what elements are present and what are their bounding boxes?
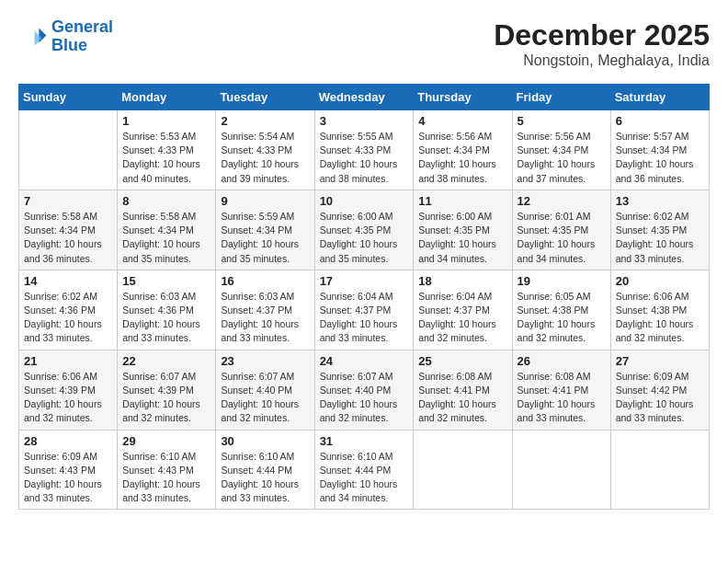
calendar-cell: 31Sunrise: 6:10 AM Sunset: 4:44 PM Dayli… bbox=[314, 430, 414, 510]
day-number: 25 bbox=[418, 354, 506, 368]
calendar-cell: 29Sunrise: 6:10 AM Sunset: 4:43 PM Dayli… bbox=[118, 430, 216, 510]
calendar-cell bbox=[512, 430, 610, 510]
day-info: Sunrise: 6:10 AM Sunset: 4:43 PM Dayligh… bbox=[122, 450, 210, 506]
calendar-cell: 26Sunrise: 6:08 AM Sunset: 4:41 PM Dayli… bbox=[512, 350, 610, 430]
day-number: 29 bbox=[122, 434, 210, 448]
calendar-cell: 11Sunrise: 6:00 AM Sunset: 4:35 PM Dayli… bbox=[414, 190, 512, 270]
calendar-cell: 6Sunrise: 5:57 AM Sunset: 4:34 PM Daylig… bbox=[610, 110, 709, 190]
day-info: Sunrise: 6:09 AM Sunset: 4:43 PM Dayligh… bbox=[24, 450, 112, 506]
day-info: Sunrise: 6:09 AM Sunset: 4:42 PM Dayligh… bbox=[616, 370, 704, 426]
day-header-saturday: Saturday bbox=[610, 85, 709, 110]
calendar-cell bbox=[414, 430, 512, 510]
day-header-sunday: Sunday bbox=[19, 85, 118, 110]
calendar-cell: 15Sunrise: 6:03 AM Sunset: 4:36 PM Dayli… bbox=[118, 270, 216, 350]
day-number: 31 bbox=[320, 434, 409, 448]
day-info: Sunrise: 5:58 AM Sunset: 4:34 PM Dayligh… bbox=[24, 210, 112, 266]
day-header-wednesday: Wednesday bbox=[314, 85, 414, 110]
day-number: 27 bbox=[616, 354, 704, 368]
day-number: 24 bbox=[320, 354, 409, 368]
day-number: 5 bbox=[518, 114, 606, 128]
calendar-cell: 25Sunrise: 6:08 AM Sunset: 4:41 PM Dayli… bbox=[414, 350, 512, 430]
calendar-cell: 22Sunrise: 6:07 AM Sunset: 4:39 PM Dayli… bbox=[118, 350, 216, 430]
calendar-cell: 4Sunrise: 5:56 AM Sunset: 4:34 PM Daylig… bbox=[414, 110, 512, 190]
calendar-cell: 24Sunrise: 6:07 AM Sunset: 4:40 PM Dayli… bbox=[314, 350, 414, 430]
day-number: 8 bbox=[122, 194, 210, 208]
calendar-cell: 20Sunrise: 6:06 AM Sunset: 4:38 PM Dayli… bbox=[610, 270, 709, 350]
day-info: Sunrise: 6:08 AM Sunset: 4:41 PM Dayligh… bbox=[418, 370, 506, 426]
day-info: Sunrise: 6:00 AM Sunset: 4:35 PM Dayligh… bbox=[320, 210, 409, 266]
day-info: Sunrise: 5:57 AM Sunset: 4:34 PM Dayligh… bbox=[616, 130, 704, 186]
day-info: Sunrise: 5:58 AM Sunset: 4:34 PM Dayligh… bbox=[122, 210, 210, 266]
day-number: 15 bbox=[122, 274, 210, 288]
day-info: Sunrise: 6:10 AM Sunset: 4:44 PM Dayligh… bbox=[221, 450, 309, 506]
calendar-cell: 18Sunrise: 6:04 AM Sunset: 4:37 PM Dayli… bbox=[414, 270, 512, 350]
day-info: Sunrise: 6:10 AM Sunset: 4:44 PM Dayligh… bbox=[320, 450, 409, 506]
day-number: 13 bbox=[616, 194, 704, 208]
day-header-tuesday: Tuesday bbox=[216, 85, 314, 110]
day-number: 3 bbox=[320, 114, 409, 128]
day-number: 12 bbox=[518, 194, 606, 208]
day-info: Sunrise: 6:06 AM Sunset: 4:39 PM Dayligh… bbox=[24, 370, 112, 426]
calendar-cell: 30Sunrise: 6:10 AM Sunset: 4:44 PM Dayli… bbox=[216, 430, 314, 510]
calendar-cell: 23Sunrise: 6:07 AM Sunset: 4:40 PM Dayli… bbox=[216, 350, 314, 430]
day-number: 23 bbox=[221, 354, 309, 368]
calendar-cell: 13Sunrise: 6:02 AM Sunset: 4:35 PM Dayli… bbox=[610, 190, 709, 270]
day-info: Sunrise: 5:59 AM Sunset: 4:34 PM Dayligh… bbox=[221, 210, 309, 266]
title-block: December 2025 Nongstoin, Meghalaya, Indi… bbox=[494, 18, 710, 69]
calendar-cell: 10Sunrise: 6:00 AM Sunset: 4:35 PM Dayli… bbox=[314, 190, 414, 270]
calendar-cell: 3Sunrise: 5:55 AM Sunset: 4:33 PM Daylig… bbox=[314, 110, 414, 190]
day-number: 7 bbox=[24, 194, 112, 208]
day-info: Sunrise: 5:56 AM Sunset: 4:34 PM Dayligh… bbox=[518, 130, 606, 186]
day-info: Sunrise: 6:03 AM Sunset: 4:37 PM Dayligh… bbox=[221, 290, 309, 346]
day-info: Sunrise: 5:55 AM Sunset: 4:33 PM Dayligh… bbox=[320, 130, 409, 186]
day-number: 28 bbox=[24, 434, 112, 448]
day-info: Sunrise: 6:00 AM Sunset: 4:35 PM Dayligh… bbox=[418, 210, 506, 266]
day-info: Sunrise: 5:56 AM Sunset: 4:34 PM Dayligh… bbox=[418, 130, 506, 186]
calendar-cell: 19Sunrise: 6:05 AM Sunset: 4:38 PM Dayli… bbox=[512, 270, 610, 350]
calendar-cell: 21Sunrise: 6:06 AM Sunset: 4:39 PM Dayli… bbox=[19, 350, 118, 430]
day-info: Sunrise: 5:54 AM Sunset: 4:33 PM Dayligh… bbox=[221, 130, 309, 186]
calendar-cell: 14Sunrise: 6:02 AM Sunset: 4:36 PM Dayli… bbox=[19, 270, 118, 350]
calendar-header-row: SundayMondayTuesdayWednesdayThursdayFrid… bbox=[19, 85, 710, 110]
day-number: 10 bbox=[320, 194, 409, 208]
calendar-cell: 8Sunrise: 5:58 AM Sunset: 4:34 PM Daylig… bbox=[118, 190, 216, 270]
logo-icon bbox=[18, 22, 48, 52]
day-number: 17 bbox=[320, 274, 409, 288]
calendar-cell: 5Sunrise: 5:56 AM Sunset: 4:34 PM Daylig… bbox=[512, 110, 610, 190]
day-number: 2 bbox=[221, 114, 309, 128]
day-info: Sunrise: 6:07 AM Sunset: 4:40 PM Dayligh… bbox=[221, 370, 309, 426]
calendar-cell bbox=[19, 110, 118, 190]
calendar-cell: 2Sunrise: 5:54 AM Sunset: 4:33 PM Daylig… bbox=[216, 110, 314, 190]
day-number: 16 bbox=[221, 274, 309, 288]
calendar-cell: 16Sunrise: 6:03 AM Sunset: 4:37 PM Dayli… bbox=[216, 270, 314, 350]
week-row-1: 1Sunrise: 5:53 AM Sunset: 4:33 PM Daylig… bbox=[19, 110, 710, 190]
day-info: Sunrise: 6:07 AM Sunset: 4:40 PM Dayligh… bbox=[320, 370, 409, 426]
day-number: 18 bbox=[418, 274, 506, 288]
day-info: Sunrise: 6:08 AM Sunset: 4:41 PM Dayligh… bbox=[518, 370, 606, 426]
day-number: 19 bbox=[518, 274, 606, 288]
day-info: Sunrise: 6:04 AM Sunset: 4:37 PM Dayligh… bbox=[418, 290, 506, 346]
day-info: Sunrise: 6:05 AM Sunset: 4:38 PM Dayligh… bbox=[518, 290, 606, 346]
calendar-cell: 27Sunrise: 6:09 AM Sunset: 4:42 PM Dayli… bbox=[610, 350, 709, 430]
week-row-5: 28Sunrise: 6:09 AM Sunset: 4:43 PM Dayli… bbox=[19, 430, 710, 510]
day-info: Sunrise: 6:03 AM Sunset: 4:36 PM Dayligh… bbox=[122, 290, 210, 346]
day-info: Sunrise: 6:06 AM Sunset: 4:38 PM Dayligh… bbox=[616, 290, 704, 346]
calendar-cell bbox=[610, 430, 709, 510]
logo-text: General Blue bbox=[51, 18, 113, 55]
calendar-title: December 2025 bbox=[494, 18, 710, 52]
day-number: 1 bbox=[122, 114, 210, 128]
week-row-3: 14Sunrise: 6:02 AM Sunset: 4:36 PM Dayli… bbox=[19, 270, 710, 350]
calendar-table: SundayMondayTuesdayWednesdayThursdayFrid… bbox=[18, 84, 710, 510]
day-number: 22 bbox=[122, 354, 210, 368]
day-header-thursday: Thursday bbox=[414, 85, 512, 110]
day-header-monday: Monday bbox=[118, 85, 216, 110]
day-number: 30 bbox=[221, 434, 309, 448]
day-number: 11 bbox=[418, 194, 506, 208]
day-number: 21 bbox=[24, 354, 112, 368]
day-number: 20 bbox=[616, 274, 704, 288]
week-row-2: 7Sunrise: 5:58 AM Sunset: 4:34 PM Daylig… bbox=[19, 190, 710, 270]
week-row-4: 21Sunrise: 6:06 AM Sunset: 4:39 PM Dayli… bbox=[19, 350, 710, 430]
calendar-cell: 28Sunrise: 6:09 AM Sunset: 4:43 PM Dayli… bbox=[19, 430, 118, 510]
day-header-friday: Friday bbox=[512, 85, 610, 110]
day-info: Sunrise: 6:07 AM Sunset: 4:39 PM Dayligh… bbox=[122, 370, 210, 426]
